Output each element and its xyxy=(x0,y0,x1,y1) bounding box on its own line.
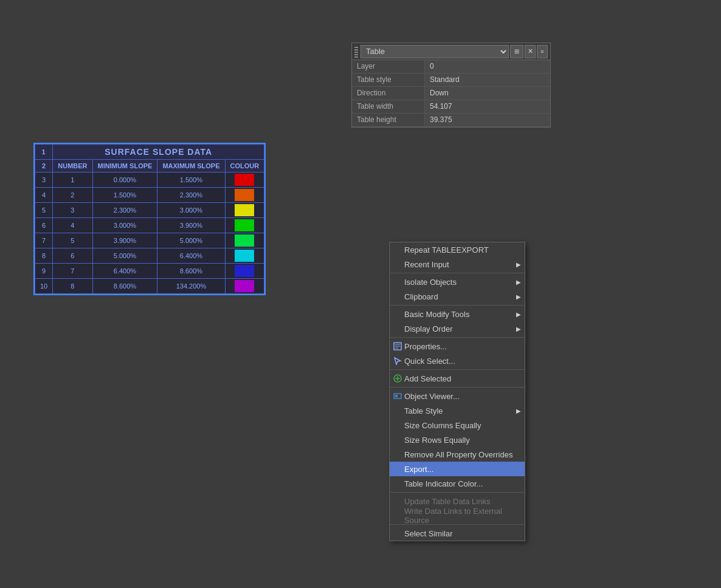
menu-item-properties[interactable]: Properties... xyxy=(390,339,525,354)
cell-max-2: 2.300% xyxy=(157,188,225,203)
cell-color-6 xyxy=(225,248,264,264)
menu-item-isolate-objects[interactable]: Isolate Objects ▶ xyxy=(390,275,525,289)
menu-item-display-order[interactable]: Display Order ▶ xyxy=(390,321,525,336)
separator xyxy=(390,337,525,338)
properties-dropdown[interactable]: Table xyxy=(360,45,509,58)
row-num-2: 2 xyxy=(35,160,53,173)
submenu-arrow: ▶ xyxy=(516,293,521,300)
menu-item-export[interactable]: Export... xyxy=(390,462,525,476)
table-indicator-color-label: Table Indicator Color... xyxy=(404,479,483,488)
menu-item-select-similar[interactable]: Select Similar xyxy=(390,526,525,541)
table-row: 5 3 2.300% 3.000% xyxy=(35,203,264,218)
properties-icon xyxy=(392,342,403,350)
row-num-6: 6 xyxy=(35,218,53,233)
table-row: 6 4 3.000% 3.900% xyxy=(35,218,264,233)
cell-max-8: 134.200% xyxy=(157,279,225,294)
repeat-tableexport-label: Repeat TABLEEXPORT xyxy=(404,245,489,255)
row-num-3: 3 xyxy=(35,173,53,188)
table-width-value: 54.107 xyxy=(425,100,550,113)
direction-value: Down xyxy=(425,87,550,100)
menu-item-size-columns[interactable]: Size Columns Equally xyxy=(390,418,525,432)
svg-rect-9 xyxy=(395,395,398,397)
table-width-row: Table width 54.107 xyxy=(352,100,550,114)
properties-panel: Table ⊞ ✕ ≡ Layer 0 Table style Standard… xyxy=(351,43,551,128)
cell-color-4 xyxy=(225,218,264,233)
separator xyxy=(390,369,525,370)
cell-min-3: 2.300% xyxy=(92,203,157,218)
cell-max-4: 3.900% xyxy=(157,218,225,233)
menu-item-size-rows[interactable]: Size Rows Equally xyxy=(390,432,525,447)
pin-button[interactable]: ≡ xyxy=(537,45,548,58)
menu-item-repeat-tableexport[interactable]: Repeat TABLEEXPORT xyxy=(390,242,525,257)
size-rows-label: Size Rows Equally xyxy=(404,436,470,445)
remove-all-property-label: Remove All Property Overrides xyxy=(404,450,512,459)
cell-max-1: 1.500% xyxy=(157,173,225,188)
size-columns-label: Size Columns Equally xyxy=(404,421,481,430)
row-num-7: 7 xyxy=(35,233,53,248)
cell-max-3: 3.000% xyxy=(157,203,225,218)
menu-item-basic-modify-tools[interactable]: Basic Modify Tools ▶ xyxy=(390,307,525,321)
add-selected-icon xyxy=(392,374,403,383)
menu-item-add-selected[interactable]: Add Selected xyxy=(390,371,525,386)
quick-select-label: Quick Select... xyxy=(404,357,455,366)
menu-item-recent-input[interactable]: Recent Input ▶ xyxy=(390,257,525,272)
col-header-min-slope: MINIMUM SLOPE xyxy=(92,160,157,173)
menu-item-remove-all-property[interactable]: Remove All Property Overrides xyxy=(390,447,525,462)
cell-num-4: 4 xyxy=(53,218,92,233)
context-menu: Repeat TABLEEXPORT Recent Input ▶ Isolat… xyxy=(389,242,525,541)
quick-select-icon xyxy=(392,357,403,365)
table-height-value: 39.375 xyxy=(425,114,550,126)
menu-item-table-style[interactable]: Table Style ▶ xyxy=(390,403,525,418)
header-row: 2 NUMBER MINIMUM SLOPE MAXIMUM SLOPE COL… xyxy=(35,160,264,173)
cell-min-2: 1.500% xyxy=(92,188,157,203)
submenu-arrow: ▶ xyxy=(516,326,521,332)
menu-item-quick-select[interactable]: Quick Select... xyxy=(390,354,525,368)
table-height-label: Table height xyxy=(352,114,425,126)
update-table-data-label: Update Table Data Links xyxy=(404,497,490,506)
close-button[interactable]: ✕ xyxy=(525,45,536,58)
row-num-5: 5 xyxy=(35,203,53,218)
col-header-max-slope: MAXIMUM SLOPE xyxy=(157,160,225,173)
separator xyxy=(390,492,525,493)
object-viewer-icon xyxy=(392,392,403,400)
col-header-number: NUMBER xyxy=(53,160,92,173)
slope-table-container: 1 SURFACE SLOPE DATA 2 NUMBER MINIMUM SL… xyxy=(33,143,266,295)
cell-min-1: 0.000% xyxy=(92,173,157,188)
grid-button[interactable]: ⊞ xyxy=(510,45,523,58)
table-style-value: Standard xyxy=(425,74,550,86)
layer-value: 0 xyxy=(425,60,550,73)
submenu-arrow: ▶ xyxy=(516,279,521,285)
recent-input-label: Recent Input xyxy=(404,260,449,269)
cell-min-4: 3.000% xyxy=(92,218,157,233)
export-label: Export... xyxy=(404,465,433,474)
cell-max-6: 6.400% xyxy=(157,248,225,264)
table-row: 4 2 1.500% 2.300% xyxy=(35,188,264,203)
table-title: SURFACE SLOPE DATA xyxy=(53,145,264,160)
table-style-row: Table style Standard xyxy=(352,74,550,87)
menu-item-clipboard[interactable]: Clipboard ▶ xyxy=(390,289,525,304)
col-header-colour: COLOUR xyxy=(225,160,264,173)
submenu-arrow: ▶ xyxy=(516,311,521,318)
cell-num-5: 5 xyxy=(53,233,92,248)
cell-max-5: 5.000% xyxy=(157,233,225,248)
cell-color-1 xyxy=(225,173,264,188)
cell-min-6: 5.000% xyxy=(92,248,157,264)
row-num-9: 9 xyxy=(35,264,53,279)
direction-label: Direction xyxy=(352,87,425,100)
cell-min-8: 8.600% xyxy=(92,279,157,294)
menu-item-object-viewer[interactable]: Object Viewer... xyxy=(390,389,525,403)
table-style-label: Table Style xyxy=(404,406,443,415)
cell-min-7: 6.400% xyxy=(92,264,157,279)
table-row: 7 5 3.900% 5.000% xyxy=(35,233,264,248)
display-order-label: Display Order xyxy=(404,324,452,333)
cell-color-5 xyxy=(225,233,264,248)
menu-item-table-indicator-color[interactable]: Table Indicator Color... xyxy=(390,476,525,491)
layer-row: Layer 0 xyxy=(352,60,550,74)
row-num-8: 8 xyxy=(35,248,53,264)
submenu-arrow: ▶ xyxy=(516,261,521,268)
cell-num-6: 6 xyxy=(53,248,92,264)
cell-min-5: 3.900% xyxy=(92,233,157,248)
title-row: 1 SURFACE SLOPE DATA xyxy=(35,145,264,160)
table-row: 10 8 8.600% 134.200% xyxy=(35,279,264,294)
separator xyxy=(390,305,525,306)
